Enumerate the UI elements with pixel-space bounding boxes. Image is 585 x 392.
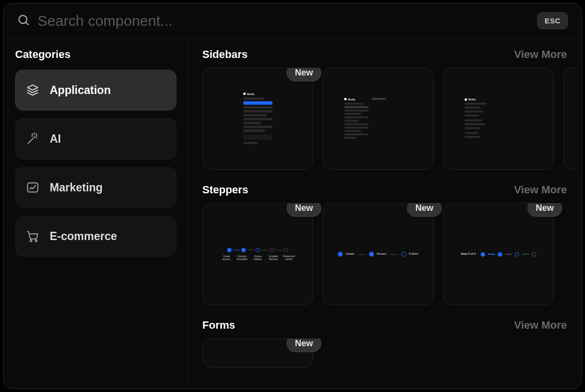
category-ai[interactable]: AI [15, 118, 176, 159]
new-badge: New [287, 338, 321, 352]
component-card[interactable]: Noxity [443, 68, 554, 170]
svg-rect-2 [28, 183, 38, 192]
component-card[interactable]: New Create account Compan [202, 203, 313, 305]
category-label: Application [50, 84, 111, 97]
svg-point-4 [30, 240, 32, 242]
new-badge: New [287, 203, 321, 217]
cart-icon [25, 229, 40, 243]
new-badge: New [527, 203, 562, 217]
category-label: AI [50, 132, 61, 146]
component-card[interactable]: New Create Review Publish [323, 203, 433, 305]
svg-point-3 [35, 185, 36, 187]
view-more-forms[interactable]: View More [514, 319, 567, 332]
preview-thumbnail: Noxity [243, 93, 273, 146]
new-badge: New [407, 203, 442, 217]
svg-point-5 [35, 240, 37, 242]
wand-sparkle-icon [25, 131, 40, 146]
category-label: E-commerce [50, 230, 117, 243]
category-application[interactable]: Application [15, 70, 176, 111]
new-badge: New [287, 68, 321, 81]
category-ecommerce[interactable]: E-commerce [15, 216, 176, 257]
sidebar-title: Categories [15, 48, 176, 61]
preview-thumbnail: Create Review Publish [338, 252, 418, 257]
photo-chart-icon [25, 180, 40, 195]
component-card[interactable]: New Noxity [202, 68, 313, 170]
view-more-steppers[interactable]: View More [514, 184, 567, 196]
esc-button[interactable]: ESC [537, 12, 568, 29]
section-sidebars: Sidebars View More New Noxity [202, 48, 582, 170]
component-card[interactable]: New [202, 338, 313, 368]
search-icon [17, 14, 30, 28]
section-title: Forms [202, 319, 235, 332]
results-panel: Sidebars View More New Noxity [189, 38, 582, 389]
section-steppers: Steppers View More New [202, 184, 582, 305]
layers-icon [25, 83, 40, 97]
preview-thumbnail: Noxity [465, 98, 494, 140]
search-bar: ESC [3, 3, 582, 38]
preview-thumbnail: Create account Company Information Choos… [220, 248, 295, 261]
view-more-sidebars[interactable]: View More [514, 48, 567, 61]
category-marketing[interactable]: Marketing [15, 167, 176, 208]
component-search-dialog: ESC Categories Application AI Ma [3, 3, 582, 389]
component-card[interactable]: New Step 3 of 4 [443, 203, 554, 305]
component-card-peek[interactable] [564, 68, 578, 170]
preview-thumbnail: Noxity Page Name [344, 98, 412, 140]
dialog-body: Categories Application AI Marketing [3, 38, 582, 389]
section-title: Steppers [202, 184, 248, 196]
categories-sidebar: Categories Application AI Marketing [3, 38, 189, 389]
category-label: Marketing [50, 181, 103, 194]
component-card[interactable]: Noxity Page Name [323, 68, 433, 170]
svg-line-1 [26, 22, 28, 25]
preview-thumbnail: Step 3 of 4 [461, 252, 536, 257]
search-input[interactable] [38, 13, 529, 29]
section-title: Sidebars [202, 48, 248, 61]
section-forms: Forms View More New [202, 319, 582, 368]
